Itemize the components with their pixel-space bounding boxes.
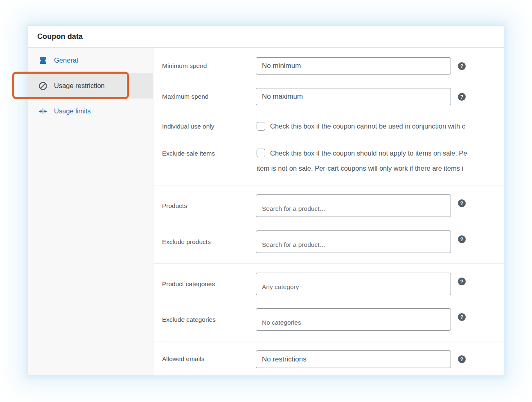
minimum-spend-label: Minimum spend — [162, 57, 207, 75]
tab-usage-restriction-label: Usage restriction — [54, 82, 105, 90]
exclude-sale-items-description-line2: item is not on sale. Per-cart coupons wi… — [257, 164, 463, 173]
tab-usage-limits[interactable]: Usage limits — [28, 99, 153, 124]
individual-use-label: Individual use only — [162, 122, 214, 131]
product-categories-label: Product categories — [162, 273, 215, 295]
individual-use-description: Check this box if the coupon cannot be u… — [270, 122, 465, 131]
exclude-categories-placeholder: No categories — [262, 319, 301, 326]
page: Coupon data General — [0, 0, 532, 402]
product-categories-placeholder: Any category — [262, 283, 299, 291]
usage-restriction-pane: Minimum spend ? Maximum spend ? Individu… — [153, 48, 504, 375]
allowed-emails-label: Allowed emails — [162, 350, 204, 368]
products-label: Products — [162, 194, 187, 217]
panel-body: General Usage restriction — [28, 48, 504, 375]
tab-general[interactable]: General — [28, 48, 153, 73]
maximum-spend-input[interactable] — [256, 88, 451, 105]
exclude-products-help-icon[interactable]: ? — [458, 235, 466, 243]
products-help-icon[interactable]: ? — [458, 199, 466, 207]
exclude-products-placeholder: Search for a product… — [262, 241, 326, 248]
section-divider — [153, 263, 504, 264]
circle-slash-icon — [38, 81, 48, 91]
minimum-spend-help-icon[interactable]: ? — [458, 62, 466, 70]
allowed-emails-input[interactable] — [256, 350, 451, 368]
products-search-input[interactable]: Search for a product… — [256, 194, 451, 217]
maximum-spend-label: Maximum spend — [162, 88, 209, 105]
converge-arrows-icon — [38, 106, 48, 116]
exclude-sale-items-label: Exclude sale items — [162, 149, 215, 158]
coupon-data-panel: Coupon data General — [28, 25, 504, 376]
products-placeholder: Search for a product… — [262, 205, 326, 212]
ticket-icon — [38, 56, 48, 65]
exclude-categories-help-icon[interactable]: ? — [458, 313, 466, 321]
exclude-sale-items-description-line1: Check this box if the coupon should not … — [270, 149, 467, 158]
exclude-products-search-input[interactable]: Search for a product… — [256, 230, 451, 253]
product-categories-input[interactable]: Any category — [256, 273, 451, 295]
tab-usage-restriction[interactable]: Usage restriction — [28, 73, 153, 99]
panel-title: Coupon data — [37, 32, 83, 41]
exclude-sale-items-checkbox[interactable] — [257, 149, 265, 157]
tab-general-label: General — [54, 56, 78, 64]
section-divider — [153, 185, 504, 185]
individual-use-checkbox[interactable] — [257, 122, 265, 131]
product-categories-help-icon[interactable]: ? — [458, 278, 466, 285]
coupon-tabs-nav: General Usage restriction — [28, 48, 153, 375]
section-divider — [153, 341, 504, 341]
exclude-products-label: Exclude products — [162, 230, 211, 253]
allowed-emails-help-icon[interactable]: ? — [458, 355, 466, 363]
maximum-spend-help-icon[interactable]: ? — [458, 93, 466, 101]
exclude-categories-label: Exclude categories — [162, 308, 216, 331]
panel-header: Coupon data — [28, 26, 504, 48]
minimum-spend-input[interactable] — [256, 57, 451, 75]
exclude-categories-input[interactable]: No categories — [256, 308, 451, 331]
tab-usage-limits-label: Usage limits — [54, 107, 91, 115]
